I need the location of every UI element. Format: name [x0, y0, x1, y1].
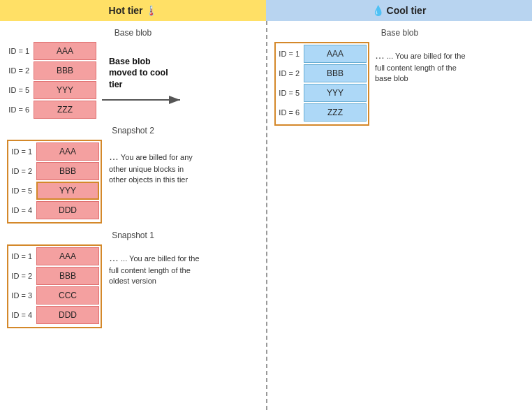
snapshot2-row-4: ID = 4 DDD	[10, 201, 99, 219]
cool-annotation-dots: …	[375, 50, 385, 61]
move-label: Base blob moved to cool tier	[109, 56, 179, 90]
blob-cell: BBB	[36, 162, 99, 180]
blob-id: ID = 1	[10, 252, 36, 261]
blob-id: ID = 5	[7, 86, 34, 94]
blob-cell: YYY	[34, 81, 96, 99]
snapshot1-annotation: … ... You are billed for the full conten…	[109, 244, 200, 286]
snapshot2-table: ID = 1 AAA ID = 2 BBB ID = 5 YYY ID = 4 …	[7, 140, 102, 224]
main-content: Base blob ID = 1 AAA ID = 2 BBB ID = 5 Y…	[0, 21, 532, 410]
thermometer-icon: 🌡️	[145, 5, 157, 16]
snapshot2-annotation: … You are billed for any other unique bl…	[109, 140, 200, 185]
base-blob-hot-row-2: ID = 2 BBB	[7, 61, 96, 80]
blob-cell: DDD	[36, 201, 99, 219]
blob-cell: BBB	[34, 61, 96, 80]
arrow-svg	[102, 93, 186, 107]
snapshot1-row-3: ID = 3 CCC	[10, 286, 99, 305]
snapshot1-annotation-dots: …	[109, 252, 119, 263]
blob-id: ID = 4	[10, 206, 36, 214]
blob-id: ID = 6	[277, 108, 304, 117]
snapshot2-annotation-text: You are billed for any other unique bloc…	[109, 153, 193, 184]
hot-panel: Base blob ID = 1 AAA ID = 2 BBB ID = 5 Y…	[0, 21, 266, 410]
base-blob-cool-title: Base blob	[274, 28, 525, 38]
blob-id: ID = 6	[7, 105, 34, 114]
cool-tier-label: Cool tier	[387, 5, 427, 16]
cool-base-row-3: ID = 5 YYY	[277, 84, 367, 102]
blob-id: ID = 2	[7, 66, 34, 75]
blob-cell: CCC	[36, 286, 99, 305]
hot-tier-label: Hot tier	[109, 5, 143, 16]
cool-base-row-1: ID = 1 AAA	[277, 45, 367, 63]
snapshot2-annotation-dots: …	[109, 151, 119, 162]
cool-base-row-2: ID = 2 BBB	[277, 64, 367, 82]
base-blob-hot-row-3: ID = 5 YYY	[7, 81, 96, 99]
blob-cell-blue: AAA	[304, 45, 367, 63]
blob-cell-blue: YYY	[304, 84, 367, 102]
blob-cell-blue: BBB	[304, 64, 367, 82]
blob-id: ID = 1	[277, 50, 304, 58]
cool-annotation-text: ... You are billed for the full content …	[375, 52, 466, 82]
cool-tier-header: 💧 Cool tier	[266, 0, 532, 21]
snapshot2-title: Snapshot 2	[7, 126, 259, 136]
blob-cell-highlighted: YYY	[36, 182, 99, 200]
snapshot1-table: ID = 1 AAA ID = 2 BBB ID = 3 CCC ID = 4 …	[7, 244, 102, 328]
blob-id: ID = 1	[10, 147, 36, 156]
base-blob-hot-row-1: ID = 1 AAA	[7, 42, 96, 60]
droplet-icon: 💧	[372, 5, 384, 16]
blob-cell: ZZZ	[34, 101, 96, 119]
blob-id: ID = 5	[277, 89, 304, 97]
blob-cell-blue: ZZZ	[304, 103, 367, 122]
blob-cell: BBB	[36, 267, 99, 285]
blob-cell: AAA	[34, 42, 96, 60]
snapshot1-title: Snapshot 1	[7, 230, 259, 240]
blob-cell: AAA	[36, 142, 99, 161]
base-blob-hot-table: ID = 1 AAA ID = 2 BBB ID = 5 YYY ID = 6 …	[7, 42, 96, 120]
blob-id: ID = 2	[10, 167, 36, 175]
blob-cell: AAA	[36, 247, 99, 265]
snapshot1-row-1: ID = 1 AAA	[10, 247, 99, 265]
cool-panel: Base blob ID = 1 AAA ID = 2 BBB ID = 5 Y…	[266, 21, 532, 410]
blob-id: ID = 3	[10, 291, 36, 300]
snapshot2-row-3: ID = 5 YYY	[10, 182, 99, 200]
blob-id: ID = 5	[10, 186, 36, 195]
blob-id: ID = 2	[277, 69, 304, 78]
blob-id: ID = 1	[7, 47, 34, 55]
hot-tier-header: Hot tier 🌡️	[0, 0, 266, 21]
base-blob-hot-row-4: ID = 6 ZZZ	[7, 101, 96, 119]
blob-cell: DDD	[36, 306, 99, 324]
base-blob-cool-table: ID = 1 AAA ID = 2 BBB ID = 5 YYY ID = 6 …	[274, 42, 369, 126]
snapshot1-annotation-text: ... You are billed for the full content …	[109, 254, 200, 285]
snapshot1-row-4: ID = 4 DDD	[10, 306, 99, 324]
cool-base-annotation: … ... You are billed for the full conten…	[375, 42, 466, 84]
base-blob-hot-title: Base blob	[7, 28, 259, 38]
blob-id: ID = 4	[10, 311, 36, 319]
snapshot2-row-2: ID = 2 BBB	[10, 162, 99, 180]
blob-id: ID = 2	[10, 272, 36, 280]
snapshot2-row-1: ID = 1 AAA	[10, 142, 99, 161]
snapshot1-row-2: ID = 2 BBB	[10, 267, 99, 285]
header: Hot tier 🌡️ 💧 Cool tier	[0, 0, 532, 21]
cool-base-row-4: ID = 6 ZZZ	[277, 103, 367, 122]
